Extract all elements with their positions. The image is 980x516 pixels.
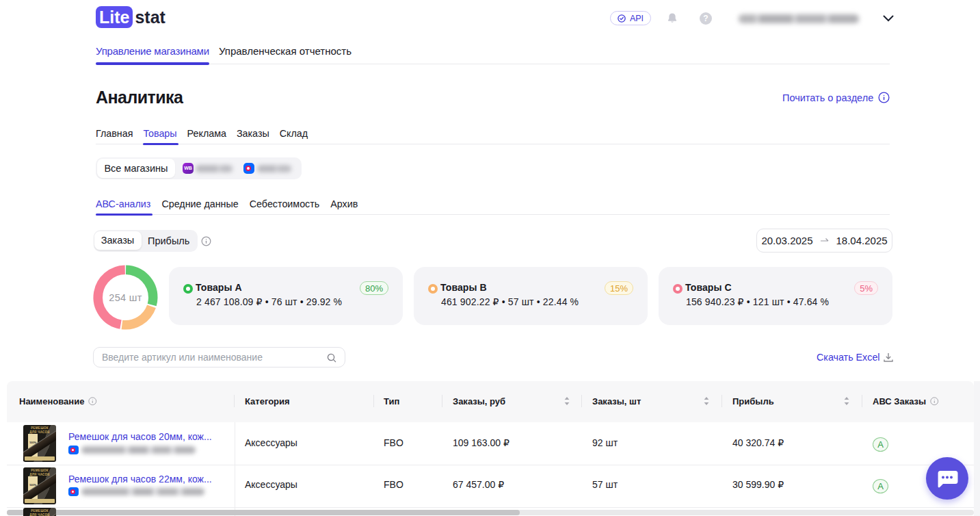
- svg-text:254 шт: 254 шт: [109, 292, 142, 303]
